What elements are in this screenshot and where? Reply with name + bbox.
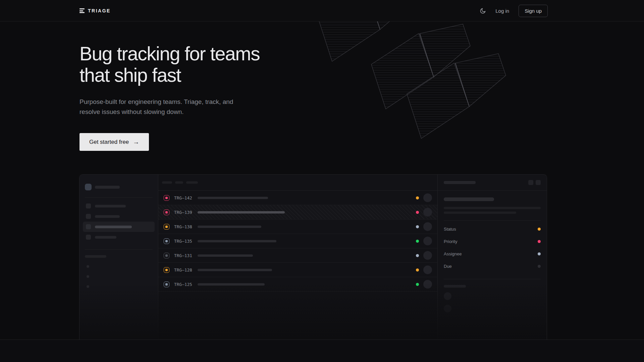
field-label: Status: [444, 227, 456, 232]
nav-label-placeholder: [95, 215, 120, 218]
assignee-avatar-placeholder: [423, 237, 432, 245]
app-mockup: TRG–142 TRG–139 TRG–138 TRG–135: [79, 174, 547, 340]
list-dot-placeholder: [87, 265, 89, 268]
breadcrumb-placeholder: [444, 181, 476, 184]
signup-button[interactable]: Sign up: [519, 5, 548, 17]
nav-icon-placeholder: [86, 203, 91, 208]
issue-status-icon-fill: [165, 211, 168, 214]
get-started-label: Get started free: [89, 139, 129, 145]
issue-row: TRG–128: [158, 263, 437, 277]
assignee-avatar-placeholder: [423, 222, 432, 231]
detail-panel-header: [438, 175, 547, 191]
field-value-dot: [538, 240, 541, 243]
comment-avatar-placeholder: [444, 305, 451, 312]
mockup-sidebar-nav: [83, 201, 155, 242]
wireframe-panels-graphic: [315, 21, 523, 162]
issue-title-placeholder: [198, 211, 285, 214]
assignee-avatar-placeholder: [423, 265, 432, 274]
arrow-right-icon: →: [133, 139, 139, 145]
workspace-avatar-placeholder: [85, 184, 92, 190]
theme-toggle-button[interactable]: [480, 8, 486, 14]
field-row-priority: Priority: [444, 235, 541, 248]
login-link[interactable]: Log in: [495, 8, 509, 14]
issue-status-icon: [164, 253, 169, 258]
issue-title-placeholder: [444, 197, 494, 201]
field-row-status: Status: [444, 223, 541, 235]
issue-title-placeholder: [198, 254, 253, 257]
sidebar-item-placeholder: [83, 201, 155, 211]
workspace-name-placeholder: [95, 186, 120, 189]
field-row-due: Due: [444, 260, 541, 273]
field-label: Due: [444, 264, 452, 269]
issue-title-placeholder: [198, 240, 276, 242]
issue-title-placeholder: [198, 283, 265, 286]
issue-row: TRG–138: [158, 220, 437, 234]
nav-icon-placeholder: [86, 214, 91, 219]
filter-placeholder: [162, 181, 172, 184]
issue-title-placeholder: [198, 226, 261, 228]
list-dot-placeholder: [87, 285, 89, 288]
mockup-detail-panel: Status Priority Assignee Due: [437, 175, 547, 340]
issue-state-dot: [416, 268, 419, 272]
hero-section: Bug tracking for teams that ship fast Pu…: [79, 43, 260, 151]
issue-id: TRG–138: [174, 224, 194, 229]
issue-state-dot: [416, 240, 419, 243]
assignee-avatar-placeholder: [423, 208, 432, 217]
issue-row: TRG–135: [158, 234, 437, 248]
field-label: Priority: [444, 239, 457, 244]
hero-title-line2: that ship fast: [79, 64, 260, 86]
detail-panel-body: Status Priority Assignee Due: [438, 197, 547, 312]
issue-status-icon: [164, 282, 169, 287]
nav-label-placeholder: [95, 205, 126, 207]
issue-title-placeholder: [198, 269, 272, 271]
brand-name: TRIAGE: [88, 8, 111, 13]
divider: [85, 197, 153, 198]
issue-id: TRG–142: [174, 195, 194, 200]
get-started-button[interactable]: Get started free →: [79, 133, 149, 151]
hero-title: Bug tracking for teams that ship fast: [79, 43, 260, 86]
sidebar-item-placeholder: [83, 211, 155, 222]
issue-row: TRG–125: [158, 277, 437, 292]
issue-id: TRG–131: [174, 253, 194, 258]
issue-state-dot: [416, 211, 419, 214]
comments-label-placeholder: [444, 285, 466, 288]
filter-placeholder: [186, 181, 198, 184]
issue-status-icon: [164, 209, 169, 215]
hero-subtitle: Purpose-built for engineering teams. Tri…: [79, 97, 260, 117]
list-dot-placeholder: [87, 275, 89, 278]
comment-avatar-placeholder: [444, 292, 451, 300]
nav-inner: TRIAGE Log in Sign up: [79, 0, 548, 21]
hero-subtitle-line2: resolve issues without slowing down.: [79, 107, 260, 117]
mockup-issue-list: TRG–142 TRG–139 TRG–138 TRG–135: [158, 175, 437, 340]
divider: [444, 279, 541, 279]
issue-id: TRG–135: [174, 239, 194, 244]
field-value-dot: [538, 265, 541, 268]
issue-title-placeholder: [198, 197, 268, 199]
detail-fields: Status Priority Assignee Due: [444, 223, 541, 273]
issue-status-icon-fill: [165, 254, 168, 257]
issue-row: TRG–131: [158, 248, 437, 263]
issue-row: TRG–142: [158, 191, 437, 205]
assignee-avatar-placeholder: [423, 251, 432, 260]
panel-action-placeholder: [536, 180, 541, 185]
issue-state-dot: [416, 254, 419, 257]
issue-status-icon: [164, 195, 169, 201]
issue-row-highlighted: TRG–139: [158, 205, 437, 220]
hero-title-line1: Bug tracking for teams: [79, 43, 260, 64]
sidebar-item-placeholder: [83, 232, 155, 242]
brand[interactable]: TRIAGE: [79, 8, 111, 13]
issue-status-icon: [164, 267, 169, 273]
mockup-workspace-row: [85, 184, 153, 190]
issue-state-dot: [416, 225, 419, 228]
issue-state-dot: [416, 196, 419, 199]
description-line-placeholder: [444, 207, 541, 209]
description-line-placeholder: [444, 212, 516, 214]
top-nav: TRIAGE Log in Sign up: [0, 0, 644, 21]
issue-id: TRG–125: [174, 282, 194, 287]
triage-logo-icon: [79, 8, 85, 13]
assignee-avatar-placeholder: [423, 193, 432, 202]
issue-id: TRG–128: [174, 267, 194, 273]
nav-right: Log in Sign up: [480, 5, 548, 17]
moon-icon: [480, 8, 486, 14]
issue-status-icon-fill: [165, 269, 168, 271]
